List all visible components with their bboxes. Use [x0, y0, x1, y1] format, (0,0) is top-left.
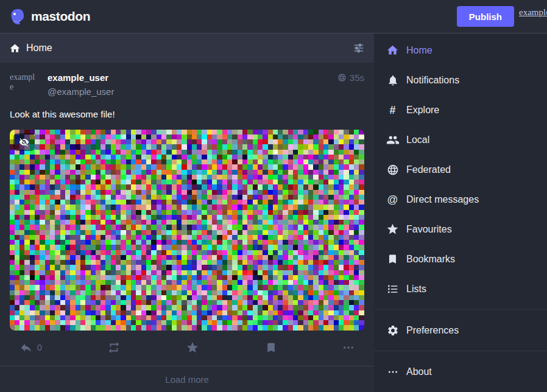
sidebar-item-explore[interactable]: # Explore: [374, 95, 547, 125]
load-more-button[interactable]: Load more: [0, 366, 374, 392]
status-content: Look at this awesome file!: [10, 108, 364, 121]
eye-slash-icon: [19, 137, 29, 147]
mastodon-logo-icon: [9, 7, 27, 26]
sidebar-item-label: Notifications: [406, 73, 459, 87]
brand-wordmark: mastodon: [31, 9, 90, 24]
favourite-icon[interactable]: [186, 341, 199, 354]
sidebar-item-federated[interactable]: Federated: [374, 155, 547, 184]
sidebar-item-preferences[interactable]: Preferences: [374, 315, 547, 345]
sidebar-divider: [374, 351, 547, 351]
status-post: example example_user @example_user 35s L…: [0, 63, 374, 366]
gear-icon: [386, 324, 400, 337]
account-name-link[interactable]: example_user @example_user: [48, 72, 337, 97]
sidebar-item-bookmarks[interactable]: Bookmarks: [374, 244, 547, 274]
display-name: example_user: [48, 72, 337, 83]
sidebar-item-label: Federated: [406, 163, 451, 177]
sidebar-item-label: Lists: [406, 282, 426, 296]
account-handle: @example_user: [48, 86, 337, 97]
sliders-icon[interactable]: [353, 42, 365, 54]
sidebar-item-label: Direct messages: [406, 192, 479, 206]
timestamp-link[interactable]: 35s: [337, 72, 364, 83]
publish-button[interactable]: Publish: [457, 6, 514, 27]
column-header[interactable]: Home: [0, 33, 374, 63]
star-icon: [386, 223, 400, 236]
hide-media-button[interactable]: [13, 133, 35, 151]
sidebar-item-about[interactable]: About: [374, 357, 547, 387]
sidebar-item-label: Explore: [406, 103, 439, 117]
sidebar-item-label: Preferences: [406, 323, 459, 337]
navigation-panel: Home Notifications # Explore Local Feder…: [374, 33, 547, 392]
media-image: [10, 130, 364, 331]
sidebar-item-notifications[interactable]: Notifications: [374, 65, 547, 95]
reply-count: 0: [37, 343, 42, 352]
reply-icon[interactable]: [19, 341, 33, 354]
globe-icon: [337, 73, 347, 82]
bell-icon: [386, 74, 400, 86]
topbar-right: Publish example: [457, 0, 547, 33]
bookmark-icon: [386, 253, 400, 265]
sidebar-divider: [374, 309, 547, 310]
media-attachment[interactable]: [10, 130, 364, 331]
bookmark-icon[interactable]: [265, 341, 277, 354]
sidebar-item-label: Home: [406, 43, 432, 57]
timestamp-text: 35s: [350, 72, 364, 83]
globe-icon: [386, 164, 400, 176]
sidebar-item-favourites[interactable]: Favourites: [374, 214, 547, 244]
sidebar-item-label: Local: [406, 133, 429, 147]
sidebar-item-local[interactable]: Local: [374, 125, 547, 155]
hashtag-icon: #: [386, 104, 400, 116]
action-bar: 0: [10, 331, 364, 366]
sidebar-item-home[interactable]: Home: [374, 35, 547, 65]
more-options-icon[interactable]: [342, 341, 355, 354]
avatar[interactable]: example: [10, 72, 38, 100]
sidebar-item-lists[interactable]: Lists: [374, 274, 547, 304]
ellipsis-icon: [386, 366, 400, 377]
app-body: Home example example_user @example_user: [0, 33, 547, 392]
column-title: Home: [26, 43, 52, 54]
home-icon: [386, 44, 400, 57]
sidebar-item-direct-messages[interactable]: @ Direct messages: [374, 184, 547, 214]
list-icon: [386, 283, 400, 295]
account-link[interactable]: example: [519, 7, 547, 18]
at-icon: @: [386, 194, 400, 206]
home-column: Home example example_user @example_user: [0, 33, 374, 392]
sidebar-item-label: Favourites: [406, 222, 452, 236]
sidebar-item-label: Bookmarks: [406, 252, 455, 266]
home-icon: [9, 43, 21, 54]
topbar: mastodon Publish example: [0, 0, 547, 33]
mastodon-logo[interactable]: mastodon: [9, 7, 90, 26]
reply-group: 0: [19, 341, 42, 354]
boost-icon[interactable]: [107, 341, 121, 354]
post-header: example example_user @example_user 35s: [10, 72, 364, 100]
sidebar-item-label: About: [406, 365, 432, 379]
users-icon: [386, 133, 400, 147]
